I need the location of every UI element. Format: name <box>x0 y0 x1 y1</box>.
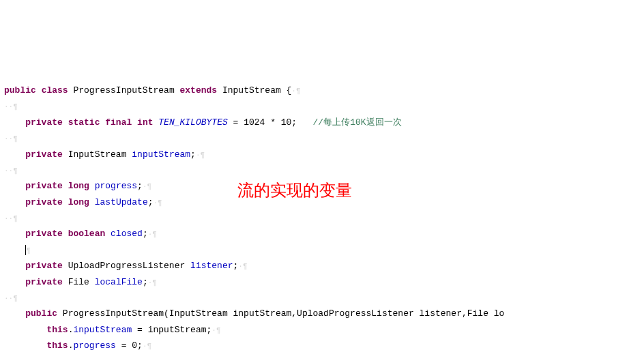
line-blank: ··¶ <box>4 133 18 143</box>
semicolon: ; <box>148 197 153 207</box>
ws-marker: ·¶ <box>196 151 205 159</box>
super-class: InputStream { <box>222 85 291 96</box>
line-9: public ProgressInputStream(InputStream i… <box>4 308 504 319</box>
keyword-private: private <box>25 197 63 207</box>
keyword-static: static <box>68 117 100 128</box>
ws-marker: ·¶ <box>238 262 247 270</box>
keyword-private: private <box>25 229 63 239</box>
keyword-final: final <box>105 117 132 128</box>
line-blank: ··¶ <box>4 213 18 223</box>
keyword-class: class <box>42 85 68 96</box>
keyword-long: long <box>68 181 89 191</box>
field-name: closed <box>111 229 143 239</box>
ws-marker: ·¶ <box>291 87 300 95</box>
line-cursor[interactable]: ¶ <box>4 245 31 255</box>
class-name: ProgressInputStream <box>73 85 174 96</box>
semicolon: ; <box>143 229 148 239</box>
field-name: progress <box>73 340 115 350</box>
keyword-long: long <box>68 197 89 207</box>
ws-marker: ·¶ <box>143 182 151 190</box>
ws-marker: ·¶ <box>211 326 220 334</box>
red-annotation: 流的实现的变量 <box>237 176 352 205</box>
ws-marker: ··¶ <box>4 294 18 302</box>
line-2: private static final int TEN_KILOBYTES =… <box>4 117 402 128</box>
const-value: = 1024 * 10; <box>228 117 297 128</box>
semicolon: ; <box>143 277 148 287</box>
ws-marker: ·¶ <box>148 230 157 238</box>
ws-marker: ·¶ <box>153 199 162 207</box>
keyword-private: private <box>25 261 63 271</box>
keyword-this: this <box>46 340 68 350</box>
field-name: inputStream <box>132 149 190 160</box>
field-name: localFile <box>95 277 143 287</box>
ws-marker: ·¶ <box>148 278 157 287</box>
line-5: private long lastUpdate;·¶ <box>4 197 162 207</box>
type: InputStream <box>68 149 127 160</box>
keyword-private: private <box>25 277 63 287</box>
keyword-extends: extends <box>180 85 218 96</box>
line-blank: ··¶ <box>4 165 18 175</box>
line-10: this.inputStream = inputStream;·¶ <box>4 325 221 335</box>
semicolon: ; <box>137 181 143 191</box>
line-4: private long progress;·¶ <box>4 181 151 191</box>
line-8: private File localFile;·¶ <box>4 277 157 287</box>
keyword-private: private <box>25 149 63 160</box>
const-name: TEN_KILOBYTES <box>158 117 227 128</box>
ws-marker: ··¶ <box>4 214 18 222</box>
line-1: public class ProgressInputStream extends… <box>4 85 301 96</box>
ws-marker: ··¶ <box>4 166 18 175</box>
keyword-int: int <box>137 117 153 128</box>
line-blank: ··¶ <box>4 101 18 111</box>
keyword-public: public <box>4 85 36 96</box>
keyword-public: public <box>25 308 57 319</box>
line-blank: ··¶ <box>4 293 18 303</box>
line-3: private InputStream inputStream;·¶ <box>4 149 205 160</box>
code-block: public class ProgressInputStream extends… <box>0 64 644 350</box>
keyword-private: private <box>25 117 63 128</box>
keyword-private: private <box>25 181 63 191</box>
line-7: private UploadProgressListener listener;… <box>4 261 248 271</box>
keyword-boolean: boolean <box>68 229 106 239</box>
ws-marker: ·¶ <box>143 342 151 350</box>
line-11: this.progress = 0;·¶ <box>4 340 151 350</box>
constructor-sig: ProgressInputStream(InputStream inputStr… <box>63 308 505 319</box>
ws-marker: ¶ <box>26 246 31 254</box>
field-name: listener <box>190 261 233 271</box>
assign: = inputStream; <box>132 325 211 335</box>
field-name: inputStream <box>73 325 132 335</box>
keyword-this: this <box>46 325 68 335</box>
assign: = 0; <box>116 340 143 350</box>
type: File <box>68 277 89 287</box>
field-name: progress <box>95 181 137 191</box>
line-6: private boolean closed;·¶ <box>4 229 157 239</box>
ws-marker: ··¶ <box>4 102 18 111</box>
comment: //每上传10K返回一次 <box>313 117 402 128</box>
semicolon: ; <box>190 149 196 160</box>
field-name: lastUpdate <box>95 197 148 207</box>
type: UploadProgressListener <box>68 261 186 271</box>
ws-marker: ··¶ <box>4 134 18 143</box>
